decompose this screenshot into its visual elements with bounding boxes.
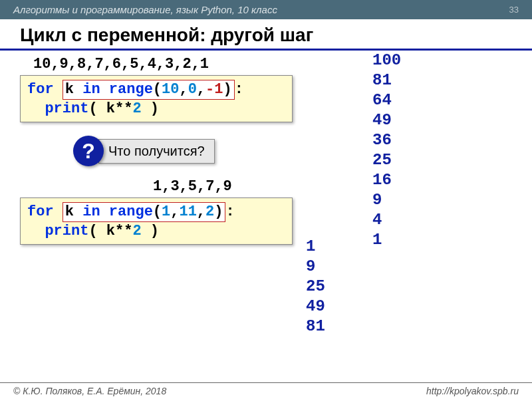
output-value: 1 — [306, 237, 325, 257]
slide-title: Цикл с переменной: другой шаг — [0, 19, 532, 51]
output-value: 36 — [372, 130, 401, 150]
range-highlight-1: k in range(10,0,-1) — [63, 80, 235, 100]
code-block-2: for k in range(1,11,2): print( k**2 ) — [20, 198, 293, 245]
output-value: 49 — [306, 297, 325, 317]
output-value: 4 — [372, 210, 401, 230]
output-value: 25 — [372, 150, 401, 170]
footer: © К.Ю. Поляков, Е.А. Ерёмин, 2018 http:/… — [0, 382, 532, 399]
output-value: 100 — [372, 51, 401, 70]
output-value: 49 — [372, 110, 401, 130]
kw-for: for — [27, 81, 54, 98]
output-value: 9 — [372, 190, 401, 210]
output-value: 25 — [306, 277, 325, 297]
kw-print: print — [45, 100, 88, 117]
output-value: 9 — [306, 257, 325, 277]
output-value: 81 — [306, 317, 325, 336]
output-value: 81 — [372, 70, 401, 90]
output-list-2: 19254981 — [306, 237, 325, 336]
output-list-1: 100816449362516941 — [372, 51, 401, 250]
question-callout: ? Что получится? — [73, 136, 512, 166]
question-icon: ? — [73, 136, 104, 166]
kw-for: for — [27, 203, 54, 220]
course-label: Алгоритмы и программирование, язык Pytho… — [13, 4, 277, 15]
sequence-1: 10,9,8,7,6,5,4,3,2,1 — [33, 56, 512, 72]
footer-url: http://kpolyakov.spb.ru — [426, 386, 519, 396]
code-block-1: for k in range(10,0,-1): print( k**2 ) — [20, 75, 293, 122]
page-number: 33 — [509, 5, 519, 15]
output-value: 1 — [372, 230, 401, 250]
footer-copyright: © К.Ю. Поляков, Е.А. Ерёмин, 2018 — [13, 386, 166, 396]
range-highlight-2: k in range(1,11,2) — [63, 202, 226, 222]
question-text: Что получится? — [98, 139, 215, 164]
output-value: 64 — [372, 90, 401, 110]
header-bar: Алгоритмы и программирование, язык Pytho… — [0, 0, 532, 19]
content-area: 10,9,8,7,6,5,4,3,2,1 шаг for k in range(… — [0, 51, 532, 390]
output-value: 16 — [372, 170, 401, 190]
kw-print: print — [45, 223, 88, 239]
sequence-2: 1,3,5,7,9 — [153, 178, 512, 195]
